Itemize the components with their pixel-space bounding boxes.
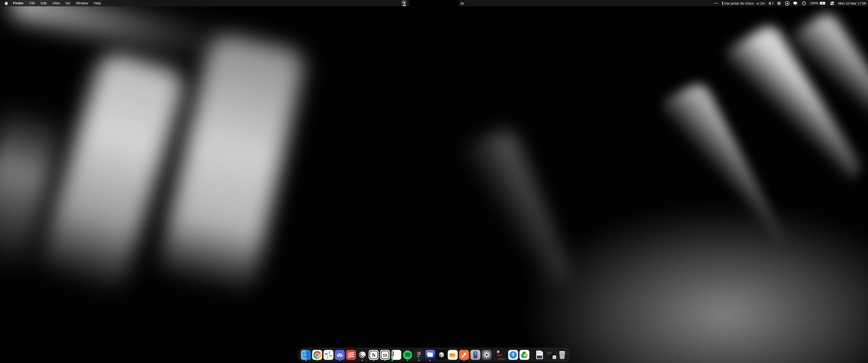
running-indicator: [430, 360, 431, 361]
control-center-icon: [830, 1, 834, 5]
postman-icon: [459, 350, 469, 360]
screen-studio-icon: [425, 350, 435, 360]
dock-chrome[interactable]: [312, 349, 322, 361]
discord-icon: [335, 350, 345, 360]
menu-bar: Finder File Edit View Go Window Help •••…: [0, 0, 868, 6]
keyhole-menubar-item[interactable]: [802, 1, 806, 5]
dock-slack[interactable]: [323, 349, 333, 361]
postico-elephant-icon: [448, 350, 458, 360]
battery-charging-icon: [819, 2, 826, 5]
battery-item[interactable]: 100%: [810, 1, 826, 5]
figma-icon: [414, 350, 424, 360]
dock-postman[interactable]: [459, 349, 469, 361]
event-color-bar: [722, 2, 723, 5]
granola-g-icon: g: [769, 1, 771, 5]
running-indicator: [407, 360, 408, 361]
menu-file[interactable]: File: [26, 0, 38, 6]
todoist-icon: [346, 350, 356, 360]
screenshot-thumbnail-icon: 11: [546, 351, 556, 359]
shape-menubar-item[interactable]: [785, 1, 789, 5]
granola-icon: g: [391, 350, 401, 360]
menu-help[interactable]: Help: [91, 0, 104, 6]
trash-icon: [558, 350, 566, 360]
dock-spline[interactable]: [436, 349, 446, 361]
dock-linear[interactable]: [358, 349, 367, 361]
svg-text:N: N: [372, 352, 376, 358]
running-indicator: [362, 360, 363, 361]
spotify-icon: [403, 350, 412, 360]
menu-bar-clock[interactable]: Mon 10 Mar 17:58: [838, 1, 866, 5]
dock: N 10 g: [299, 348, 569, 362]
keyhole-circle-icon: [802, 1, 806, 5]
gear-sun-icon: [777, 1, 781, 5]
dock-spotify[interactable]: [403, 349, 412, 361]
notion-icon: N: [369, 350, 379, 360]
menu-edit[interactable]: Edit: [38, 0, 50, 6]
dock-figma[interactable]: [414, 349, 424, 361]
calendar-badge: 11: [553, 355, 556, 359]
dock-raycast[interactable]: raycast: [497, 349, 507, 361]
dock-google-drive[interactable]: [520, 349, 529, 361]
dock-trash[interactable]: [557, 349, 567, 361]
menu-go[interactable]: Go: [63, 0, 73, 6]
dock-separator: [532, 350, 532, 360]
control-center-item[interactable]: [830, 1, 834, 5]
audio-bars-icon[interactable]: [461, 2, 464, 4]
document-file-icon: [536, 351, 543, 359]
wallpaper: [0, 0, 868, 363]
overflow-menu-item[interactable]: •••: [714, 2, 718, 5]
dock-notion[interactable]: N: [369, 349, 379, 361]
dock-postico[interactable]: [448, 349, 458, 361]
menu-bar-status: ••• Dar jantar do Chico · in 2m g: [714, 1, 868, 5]
dock-system-settings[interactable]: [482, 349, 492, 361]
wallpaper-glow: [533, 210, 868, 363]
dock-finder[interactable]: [301, 349, 311, 361]
running-indicator: [305, 360, 306, 361]
display-menubar-item[interactable]: [793, 1, 798, 5]
running-indicator: [317, 360, 318, 361]
running-indicator: [418, 360, 419, 361]
notch: [410, 0, 459, 6]
running-indicator: [339, 360, 340, 361]
camera-preview-item[interactable]: [401, 0, 407, 6]
dock-granola[interactable]: g: [391, 349, 401, 361]
active-app-menu[interactable]: Finder: [10, 0, 26, 6]
spline-icon: [436, 350, 446, 360]
running-indicator: [464, 360, 465, 361]
display-icon: [793, 1, 798, 5]
event-text: Dar jantar do Chico · in 2m: [724, 1, 765, 5]
dock-1password[interactable]: [508, 349, 518, 361]
onepassword-icon: [508, 350, 518, 360]
dock-screen-studio[interactable]: [425, 349, 435, 361]
apple-menu-icon[interactable]: [3, 1, 10, 5]
linear-icon: [358, 350, 367, 360]
rounded-shape-icon: [785, 1, 789, 5]
wallpaper-band: [156, 31, 307, 297]
finder-icon: [301, 350, 311, 360]
dock-document-file[interactable]: [535, 349, 545, 361]
menu-bar-left: Finder File Edit View Go Window Help: [0, 0, 104, 6]
calendar-event-item[interactable]: Dar jantar do Chico · in 2m: [722, 1, 765, 5]
google-drive-icon: [520, 350, 529, 360]
system-settings-icon: [482, 350, 492, 360]
notion-calendar-icon: 10: [380, 350, 390, 360]
menu-window[interactable]: Window: [73, 0, 91, 6]
dock-discord[interactable]: [335, 349, 345, 361]
dock-notion-calendar[interactable]: 10: [380, 349, 390, 361]
slack-icon: [323, 350, 333, 360]
chrome-icon: [312, 350, 322, 360]
dock-screenshot-file[interactable]: 11: [546, 349, 556, 361]
svg-text:10: 10: [383, 353, 387, 358]
granola-menubar-item[interactable]: g: [769, 1, 773, 5]
running-indicator: [373, 360, 374, 361]
iphone-mirroring-icon: [470, 350, 480, 360]
desktop: Finder File Edit View Go Window Help •••…: [0, 0, 868, 363]
dock-separator: [494, 350, 494, 360]
dock-todoist[interactable]: [346, 349, 356, 361]
menu-view[interactable]: View: [50, 0, 63, 6]
dock-iphone-mirroring[interactable]: [470, 349, 480, 361]
raycast-icon: raycast: [497, 350, 507, 360]
running-indicator: [384, 360, 385, 361]
text-caret-icon: [773, 2, 773, 5]
gear-sun-menubar-item[interactable]: [777, 1, 781, 5]
